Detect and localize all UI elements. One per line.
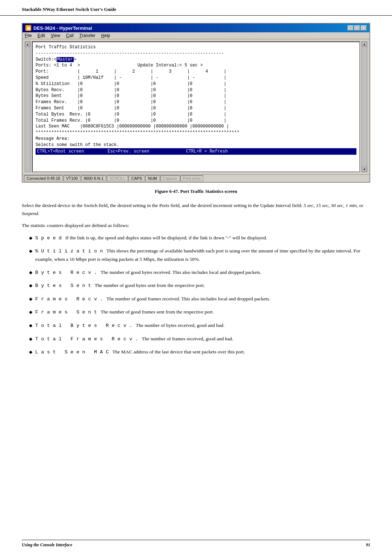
bullet-icon-2: ◆ xyxy=(29,248,32,255)
scroll-up-arrow[interactable]: ▲ xyxy=(25,42,30,47)
terminal-outer: ▲ Port Traffic Statistics --------------… xyxy=(23,39,369,174)
list-item-frames-recv: ◆ F r a m e s R e c v . The number of go… xyxy=(29,295,370,303)
terminal-line-sep: ----------------------------------------… xyxy=(36,50,356,57)
window-controls[interactable]: _ □ × xyxy=(348,25,367,31)
footer-left: Using the Console Interface xyxy=(22,542,72,548)
list-item-frames-sent-text: F r a m e s S e n t The number of good f… xyxy=(35,308,214,316)
terminal-line-ports: Ports: <1 to 4 > Update Interval:< 5 sec… xyxy=(36,62,356,69)
terminal-line-switch: Switch:<Master> xyxy=(36,57,356,63)
terminal-line-stars: ****************************************… xyxy=(36,130,356,136)
page-header: Stackable NWay Ethernet Switch User's Gu… xyxy=(0,0,392,16)
list-item-bytes-sent: ◆ B y t e s S e n t The number of good b… xyxy=(29,281,370,290)
status-baud: 9600 8-N-1 xyxy=(81,175,106,181)
list-item-mac: ◆ L a s t S e e n M A C The MAC address … xyxy=(29,348,370,356)
figure-caption: Figure 6-47. Port Traffic Statistics scr… xyxy=(22,189,370,194)
scroll-up-right[interactable]: ▲ xyxy=(362,42,367,47)
list-item-bytes-recv-text: B y t e s R e c v . The number of good b… xyxy=(35,268,261,277)
list-item-util-text: % U t i l i z a t i o n This shows the p… xyxy=(35,247,370,263)
scrollbar-left[interactable]: ▲ xyxy=(25,41,30,172)
bullet-icon-1: ◆ xyxy=(29,235,32,242)
list-item-bytes-sent-text: B y t e s S e n t The number of good byt… xyxy=(35,281,205,290)
menu-view[interactable]: View xyxy=(51,33,60,38)
footer-right: 91 xyxy=(366,542,370,548)
menu-help[interactable]: Help xyxy=(101,33,110,38)
terminal-screen: Port Traffic Statistics ----------------… xyxy=(32,41,360,172)
maximize-button[interactable]: □ xyxy=(354,25,360,31)
list-item-total-frames-text: T o t a l F r a m e s R e c v . The numb… xyxy=(35,335,233,343)
bullet-list: ◆ S p e e d If the link is up, the speed… xyxy=(22,234,370,356)
terminal-cmd-line: CTRL+T=Root screen Esc=Prev. screen CTRL… xyxy=(36,148,356,155)
status-num: NUM xyxy=(145,175,159,181)
list-item-frames-recv-text: F r a m e s R e c v . The number of good… xyxy=(35,295,270,303)
list-item-util: ◆ % U t i l i z a t i o n This shows the… xyxy=(29,247,370,263)
menu-call[interactable]: Call xyxy=(66,33,74,38)
terminal-line-msg-area: Message Area: xyxy=(36,136,356,142)
menu-edit[interactable]: Edit xyxy=(37,33,45,38)
list-item-speed: ◆ S p e e d If the link is up, the speed… xyxy=(29,234,370,242)
status-caps: CAPS xyxy=(128,175,144,181)
scroll-down-right[interactable]: ▼ xyxy=(362,167,367,172)
terminal-line-bytes-sent: Bytes Sent |0 |0 |0 |0 | xyxy=(36,93,356,99)
bullet-icon-8: ◆ xyxy=(29,336,32,343)
page-content: ▣ DES-3624 - HyperTerminal _ □ × File Ed… xyxy=(0,16,392,369)
bullet-icon-3: ◆ xyxy=(29,269,32,276)
scroll-track-right[interactable] xyxy=(362,47,367,167)
terminal-line-speed: Speed | 10M/Half | - | - | - | xyxy=(36,75,356,81)
app-icon: ▣ xyxy=(25,25,31,31)
terminal-line-frames-recv: Frames Recv. |0 |0 |0 |0 | xyxy=(36,99,356,105)
status-capture: Capture xyxy=(160,175,180,181)
terminal-line-port-header: Port: | 1 | 2 | 3 | 4 | xyxy=(36,69,356,75)
scrollbar-right[interactable]: ▲ ▼ xyxy=(362,41,367,172)
terminal-line-total-bytes: Total Bytes Recv. |0 |0 |0 |0 | xyxy=(36,112,356,118)
status-connected: Connected 0:45:16 xyxy=(24,175,63,181)
list-item-total-frames: ◆ T o t a l F r a m e s R e c v . The nu… xyxy=(29,335,370,343)
statusbar: Connected 0:45:16 VT100 9600 8-N-1 SCROL… xyxy=(23,174,369,182)
master-highlight: Master xyxy=(57,57,74,62)
status-print: Print echo xyxy=(180,175,204,181)
titlebar-left: ▣ DES-3624 - HyperTerminal xyxy=(25,25,92,31)
list-item-mac-text: L a s t S e e n M A C The MAC address of… xyxy=(35,348,245,356)
bullet-icon-5: ◆ xyxy=(29,296,32,303)
body-intro2: The statistic counters displayed are def… xyxy=(22,222,370,230)
list-item-speed-text: S p e e d If the link is up, the speed a… xyxy=(35,234,267,242)
terminal-line-frames-sent: Frames Sent |0 |0 |0 |0 | xyxy=(36,105,356,112)
titlebar: ▣ DES-3624 - HyperTerminal _ □ × xyxy=(23,24,369,32)
list-item-bytes-recv: ◆ B y t e s R e c v . The number of good… xyxy=(29,268,370,277)
close-button[interactable]: × xyxy=(361,25,367,31)
window-title: DES-3624 - HyperTerminal xyxy=(33,25,92,31)
terminal-line-util: % Utilization |0 |0 |0 |0 | xyxy=(36,81,356,87)
bullet-icon-9: ◆ xyxy=(29,349,32,356)
status-scroll: SCROLL xyxy=(107,175,128,181)
minimize-button[interactable]: _ xyxy=(348,25,354,31)
menu-file[interactable]: File xyxy=(25,33,32,38)
terminal-line-msg: Selects some swith of the stack. xyxy=(36,142,356,148)
list-item-total-bytes: ◆ T o t a l B y t e s R e c v . The numb… xyxy=(29,321,370,330)
page-footer: Using the Console Interface 91 xyxy=(22,540,370,548)
list-item-frames-sent: ◆ F r a m e s S e n t The number of good… xyxy=(29,308,370,316)
bullet-icon-6: ◆ xyxy=(29,309,32,316)
terminal-line-mac: Last Seen MAC |0080C8F615C3 |00000000000… xyxy=(36,123,356,130)
menu-transfer[interactable]: Transfer xyxy=(79,33,95,38)
terminal-line-title: Port Traffic Statistics xyxy=(36,44,356,50)
terminal-line-bytes-recv: Bytes Recv. |0 |0 |0 |0 | xyxy=(36,87,356,93)
list-item-total-bytes-text: T o t a l B y t e s R e c v . The number… xyxy=(35,321,224,330)
body-intro1: Select the desired device in the Switch … xyxy=(22,202,370,217)
header-title: Stackable NWay Ethernet Switch User's Gu… xyxy=(22,7,116,12)
scroll-track-left[interactable] xyxy=(25,47,30,172)
hyperterminal-window: ▣ DES-3624 - HyperTerminal _ □ × File Ed… xyxy=(22,23,370,183)
terminal-line-total-frames: Total Frames Recv. |0 |0 |0 |0 | xyxy=(36,118,356,124)
bullet-icon-7: ◆ xyxy=(29,322,32,329)
bullet-icon-4: ◆ xyxy=(29,282,32,289)
status-terminal: VT100 xyxy=(64,175,80,181)
menubar: File Edit View Call Transfer Help xyxy=(23,32,369,39)
